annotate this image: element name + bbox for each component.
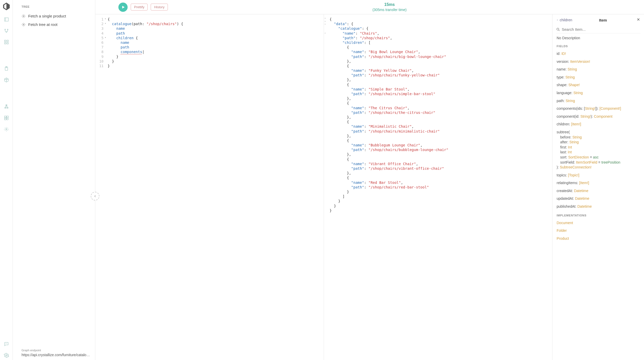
- query-editor[interactable]: 1▾2▾345▾67891011 { catalogue(path: "/sho…: [95, 14, 324, 360]
- result-viewer: ▾▾▾▾ { "data": { "catalogue": { "name": …: [324, 14, 552, 360]
- svg-rect-12: [4, 116, 6, 118]
- clipboard-icon[interactable]: [3, 66, 9, 72]
- chat-icon[interactable]: [3, 341, 9, 347]
- fields-heading: FIELDS: [557, 45, 640, 48]
- field-name[interactable]: name: String: [557, 67, 640, 72]
- icon-rail: [0, 0, 13, 360]
- field-subtree[interactable]: subtree(before: Stringafter: Stringfirst…: [557, 130, 640, 170]
- main: Prettify History 15ms (305ms transfer ti…: [95, 0, 644, 360]
- docs-description: No Description: [557, 36, 640, 40]
- svg-rect-3: [4, 40, 6, 42]
- result-fold-gutter: ▾▾▾▾: [324, 14, 328, 360]
- tree-item-label: Fetch a single product: [28, 14, 66, 18]
- svg-point-17: [6, 355, 7, 356]
- gear-icon[interactable]: [3, 352, 9, 358]
- toolbar: Prettify History 15ms (305ms transfer ti…: [95, 0, 644, 14]
- svg-point-20: [557, 28, 559, 30]
- tree-item-single-product[interactable]: Fetch a single product: [22, 12, 90, 20]
- docs-title: Item: [572, 18, 636, 22]
- sidebar: TREE Fetch a single product Fetch tree a…: [13, 0, 95, 360]
- field-version[interactable]: version: ItemVersion!: [557, 59, 640, 64]
- branch-icon[interactable]: [3, 28, 9, 34]
- result-json[interactable]: { "data": { "catalogue": { "name": "Chai…: [328, 14, 552, 360]
- svg-rect-14: [4, 118, 6, 120]
- library-icon[interactable]: [3, 16, 9, 23]
- collapse-sidebar-button[interactable]: [91, 192, 99, 201]
- docs-panel: children Item No Description FIELDS id: …: [552, 14, 644, 360]
- editor-panes: 1▾2▾345▾67891011 { catalogue(path: "/sho…: [95, 14, 644, 360]
- svg-rect-4: [7, 40, 8, 42]
- modules-icon[interactable]: [3, 115, 9, 121]
- query-code[interactable]: { catalogue(path: "/shop/chairs") { name…: [106, 14, 324, 360]
- timing-readout: 15ms (305ms transfer time): [372, 2, 437, 12]
- field-relatingItems[interactable]: relatingItems: [Item!]: [557, 181, 640, 186]
- svg-point-1: [7, 29, 8, 30]
- impl-folder[interactable]: Folder: [557, 228, 640, 233]
- endpoint-label: Graph endpoint: [22, 349, 90, 352]
- docs-close-button[interactable]: [636, 17, 640, 23]
- field-children[interactable]: children: [Item!]: [557, 122, 640, 127]
- svg-rect-5: [4, 43, 6, 44]
- impl-product[interactable]: Product: [557, 236, 640, 241]
- impl-document[interactable]: Document: [557, 221, 640, 226]
- docs-back-button[interactable]: children: [556, 18, 572, 22]
- grid-icon[interactable]: [3, 39, 9, 45]
- svg-point-15: [6, 118, 8, 120]
- prettify-button[interactable]: Prettify: [131, 4, 148, 11]
- tree-item-root[interactable]: Fetch tree at root: [22, 20, 90, 29]
- svg-point-11: [6, 105, 7, 106]
- app-logo: [3, 3, 10, 11]
- docs-header: children Item: [553, 14, 644, 26]
- field-publishedAt[interactable]: publishedAt: Datetime: [557, 204, 640, 209]
- history-button[interactable]: History: [151, 4, 168, 11]
- docs-back-label: children: [560, 18, 572, 22]
- svg-point-16: [6, 129, 7, 130]
- field-language[interactable]: language: String: [557, 91, 640, 96]
- search-icon: [556, 27, 560, 32]
- field-type[interactable]: type: String: [557, 75, 640, 80]
- timing-transfer: (305ms transfer time): [372, 7, 406, 12]
- field-component[interactable]: component(id: String!): Component: [557, 114, 640, 119]
- field-path[interactable]: path: String: [557, 98, 640, 104]
- svg-point-0: [5, 29, 5, 30]
- implementations-heading: IMPLEMENTATIONS: [557, 214, 640, 217]
- settings-icon[interactable]: [3, 126, 9, 132]
- field-updatedAt[interactable]: updatedAt: Datetime: [557, 196, 640, 201]
- execute-button[interactable]: [118, 3, 128, 12]
- svg-point-18: [23, 16, 24, 17]
- svg-rect-13: [6, 116, 8, 118]
- svg-rect-6: [7, 43, 8, 44]
- line-gutter: 1▾2▾345▾67891011: [95, 14, 106, 360]
- webhook-icon[interactable]: [3, 104, 9, 110]
- tree-heading: TREE: [22, 5, 90, 8]
- docs-search[interactable]: [556, 27, 640, 33]
- endpoint-value[interactable]: https://api.crystallize.com/furniture/ca…: [22, 353, 90, 357]
- field-id[interactable]: id: ID!: [557, 51, 640, 56]
- docs-body[interactable]: No Description FIELDS id: ID!version: It…: [553, 36, 644, 360]
- field-shape[interactable]: shape: Shape!: [557, 83, 640, 88]
- field-components[interactable]: components(ids: [String!]): [Component!]: [557, 106, 640, 111]
- tree-item-label: Fetch tree at root: [28, 22, 57, 27]
- field-createdAt[interactable]: createdAt: Datetime: [557, 188, 640, 194]
- timing-ms: 15ms: [372, 2, 406, 7]
- svg-point-19: [23, 24, 24, 25]
- docs-search-input[interactable]: [562, 27, 640, 32]
- package-icon[interactable]: [3, 77, 9, 83]
- field-topics[interactable]: topics: [Topic!]: [557, 173, 640, 178]
